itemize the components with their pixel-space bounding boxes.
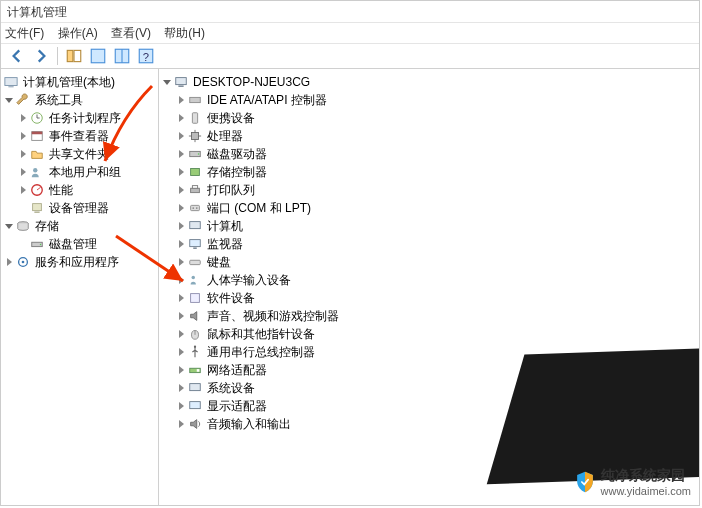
expand-arrow-icon[interactable] xyxy=(175,400,187,412)
device-audio-video[interactable]: 声音、视频和游戏控制器 xyxy=(161,307,697,325)
back-button[interactable] xyxy=(7,46,27,66)
device-keyboards[interactable]: 键盘 xyxy=(161,253,697,271)
expand-arrow-icon[interactable] xyxy=(175,220,187,232)
expand-arrow-icon[interactable] xyxy=(175,148,187,160)
expand-arrow-icon[interactable] xyxy=(17,148,29,160)
menu-help[interactable]: 帮助(H) xyxy=(164,26,205,40)
tree-disk-mgmt[interactable]: 磁盘管理 xyxy=(3,235,156,253)
expand-arrow-icon xyxy=(17,238,29,250)
expand-arrow-icon[interactable] xyxy=(175,364,187,376)
wrench-icon xyxy=(15,92,31,108)
expand-arrow-icon[interactable] xyxy=(3,220,15,232)
tree-event-viewer[interactable]: 事件查看器 xyxy=(3,127,156,145)
svg-rect-36 xyxy=(191,205,200,210)
menu-action[interactable]: 操作(A) xyxy=(58,26,98,40)
expand-arrow-icon[interactable] xyxy=(175,130,187,142)
watermark: 纯净系统家园 www.yidaimei.com xyxy=(575,467,691,497)
expand-arrow-icon[interactable] xyxy=(175,382,187,394)
event-viewer-label: 事件查看器 xyxy=(47,127,109,145)
menu-bar[interactable]: 文件(F) 操作(A) 查看(V) 帮助(H) xyxy=(1,23,699,43)
svg-rect-8 xyxy=(8,86,13,87)
tree-performance[interactable]: 性能 xyxy=(3,181,156,199)
menu-view[interactable]: 查看(V) xyxy=(111,26,151,40)
keyboard-icon xyxy=(187,254,203,270)
expand-arrow-icon[interactable] xyxy=(175,256,187,268)
expand-arrow-icon[interactable] xyxy=(17,130,29,142)
tree-local-users[interactable]: 本地用户和组 xyxy=(3,163,156,181)
expand-arrow-icon[interactable] xyxy=(175,310,187,322)
device-computer[interactable]: DESKTOP-NJEU3CG xyxy=(161,73,697,91)
device-computers[interactable]: 计算机 xyxy=(161,217,697,235)
expand-arrow-icon[interactable] xyxy=(17,166,29,178)
system-devices-label: 系统设备 xyxy=(205,379,255,397)
expand-arrow-icon[interactable] xyxy=(175,238,187,250)
shield-icon xyxy=(575,471,595,493)
show-hide-tree-button[interactable] xyxy=(64,46,84,66)
expand-arrow-icon[interactable] xyxy=(175,292,187,304)
tree-device-manager[interactable]: 设备管理器 xyxy=(3,199,156,217)
svg-point-19 xyxy=(40,244,41,245)
help-button[interactable]: ? xyxy=(136,46,156,66)
usb-label: 通用串行总线控制器 xyxy=(205,343,315,361)
expand-arrow-icon[interactable] xyxy=(175,274,187,286)
expand-arrow-icon[interactable] xyxy=(175,184,187,196)
tree-services[interactable]: 服务和应用程序 xyxy=(3,253,156,271)
device-hid[interactable]: 人体学输入设备 xyxy=(161,271,697,289)
portable-label: 便携设备 xyxy=(205,109,255,127)
forward-button[interactable] xyxy=(31,46,51,66)
expand-arrow-icon[interactable] xyxy=(175,94,187,106)
device-mice[interactable]: 鼠标和其他指针设备 xyxy=(161,325,697,343)
svg-rect-7 xyxy=(5,78,17,86)
mice-label: 鼠标和其他指针设备 xyxy=(205,325,315,343)
svg-rect-24 xyxy=(190,97,201,102)
svg-rect-1 xyxy=(74,50,81,61)
expand-arrow-icon[interactable] xyxy=(175,202,187,214)
computers-label: 计算机 xyxy=(205,217,243,235)
expand-arrow-icon[interactable] xyxy=(175,346,187,358)
svg-point-38 xyxy=(196,207,198,209)
device-disk-drives[interactable]: 磁盘驱动器 xyxy=(161,145,697,163)
properties-button[interactable] xyxy=(88,46,108,66)
device-print-queues[interactable]: 打印队列 xyxy=(161,181,697,199)
device-portable[interactable]: 便携设备 xyxy=(161,109,697,127)
right-tree-pane[interactable]: DESKTOP-NJEU3CG IDE ATA/ATAPI 控制器 便携设备 处… xyxy=(159,69,699,505)
svg-rect-22 xyxy=(176,78,187,85)
display-label: 显示适配器 xyxy=(205,397,267,415)
tree-storage[interactable]: 存储 xyxy=(3,217,156,235)
users-icon xyxy=(29,164,45,180)
storage-label: 存储 xyxy=(33,217,59,235)
ide-label: IDE ATA/ATAPI 控制器 xyxy=(205,91,327,109)
device-ide[interactable]: IDE ATA/ATAPI 控制器 xyxy=(161,91,697,109)
expand-arrow-icon[interactable] xyxy=(3,94,15,106)
expand-arrow-icon[interactable] xyxy=(17,112,29,124)
svg-point-43 xyxy=(192,276,196,280)
expand-arrow-icon[interactable] xyxy=(175,166,187,178)
expand-arrow-icon[interactable] xyxy=(175,112,187,124)
ide-controller-icon xyxy=(187,92,203,108)
device-monitors[interactable]: 监视器 xyxy=(161,235,697,253)
svg-rect-0 xyxy=(67,50,73,61)
expand-arrow-icon[interactable] xyxy=(175,418,187,430)
menu-file[interactable]: 文件(F) xyxy=(5,26,44,40)
expand-arrow-icon[interactable] xyxy=(3,256,15,268)
svg-rect-26 xyxy=(192,133,199,140)
svg-rect-39 xyxy=(190,222,201,229)
tree-system-tools[interactable]: 系统工具 xyxy=(3,91,156,109)
refresh-button[interactable] xyxy=(112,46,132,66)
device-software[interactable]: 软件设备 xyxy=(161,289,697,307)
svg-rect-16 xyxy=(34,212,39,213)
expand-arrow-icon[interactable] xyxy=(175,328,187,340)
device-ports[interactable]: 端口 (COM 和 LPT) xyxy=(161,199,697,217)
expand-arrow-icon[interactable] xyxy=(17,184,29,196)
device-storage-ctrl[interactable]: 存储控制器 xyxy=(161,163,697,181)
device-processor[interactable]: 处理器 xyxy=(161,127,697,145)
tree-shared-folders[interactable]: 共享文件夹 xyxy=(3,145,156,163)
svg-rect-50 xyxy=(190,384,201,391)
performance-label: 性能 xyxy=(47,181,73,199)
tree-root[interactable]: 计算机管理(本地) xyxy=(3,73,156,91)
expand-arrow-icon[interactable] xyxy=(161,76,173,88)
left-tree-pane[interactable]: 计算机管理(本地) 系统工具 任务计划程序 事件查看器 共享文件夹 xyxy=(1,69,159,505)
toolbar: ? xyxy=(1,43,699,69)
tree-task-scheduler[interactable]: 任务计划程序 xyxy=(3,109,156,127)
watermark-url: www.yidaimei.com xyxy=(601,485,691,497)
